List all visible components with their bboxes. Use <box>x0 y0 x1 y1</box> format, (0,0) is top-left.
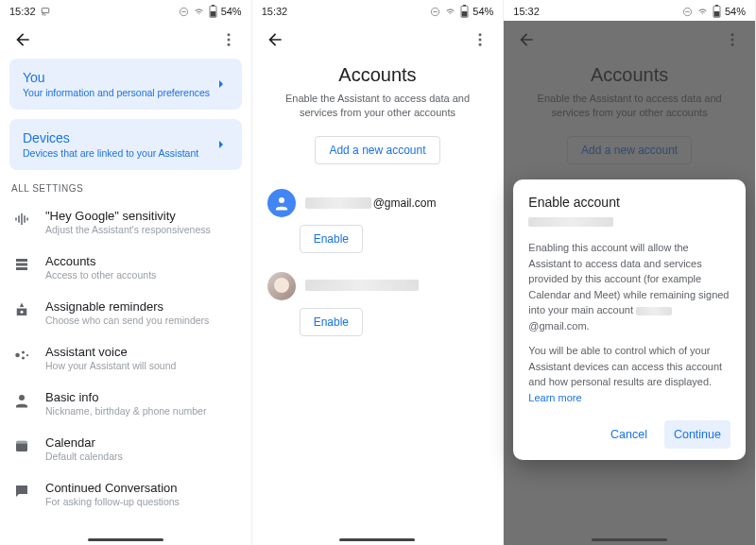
chevron-right-icon <box>214 137 229 152</box>
account-row-2[interactable] <box>262 266 494 306</box>
page-title: Accounts <box>262 64 494 86</box>
learn-more-link[interactable]: Learn more <box>528 392 581 403</box>
card-you-sub: Your information and personal preference… <box>23 87 210 98</box>
svg-rect-30 <box>714 11 720 17</box>
svg-point-7 <box>227 39 230 42</box>
account-email: @gmail.com <box>305 196 437 210</box>
back-button[interactable] <box>262 26 288 53</box>
battery-icon <box>460 5 469 18</box>
svg-point-22 <box>479 33 482 36</box>
svg-point-8 <box>227 43 230 46</box>
item-title: "Hey Google" sensitivity <box>45 209 211 223</box>
svg-point-12 <box>22 357 25 360</box>
card-devices[interactable]: Devices Devices that are linked to your … <box>9 119 242 170</box>
chevron-right-icon <box>214 77 229 92</box>
dnd-icon <box>682 7 693 17</box>
svg-point-23 <box>479 39 482 42</box>
more-vert-icon <box>472 31 489 48</box>
item-hey-google-sensitivity[interactable]: "Hey Google" sensitivityAdjust the Assis… <box>9 199 242 245</box>
arrow-back-icon <box>266 30 284 49</box>
item-sub: Access to other accounts <box>45 269 156 281</box>
section-header-all-settings: ALL SETTINGS <box>11 183 240 194</box>
enable-account-dialog: Enable account Enabling this account wil… <box>513 179 746 460</box>
dnd-icon <box>430 7 440 17</box>
dialog-actions: Cancel Continue <box>528 420 730 449</box>
item-sub: How your Assistant will sound <box>45 360 176 371</box>
calendar-icon <box>13 437 30 454</box>
nav-handle[interactable] <box>339 538 415 541</box>
redacted-email <box>305 280 419 291</box>
reminder-icon <box>13 301 30 318</box>
item-assignable-reminders[interactable]: Assignable remindersChoose who can send … <box>9 290 242 335</box>
card-you[interactable]: You Your information and personal prefer… <box>9 59 242 110</box>
voice-icon <box>13 347 30 364</box>
svg-point-6 <box>227 33 230 36</box>
enable-button-2[interactable]: Enable <box>300 308 363 336</box>
wifi-icon <box>696 7 709 16</box>
back-button[interactable] <box>9 26 36 53</box>
chat-icon <box>13 483 30 500</box>
item-continued-conversation[interactable]: Continued ConversationFor asking follow-… <box>9 471 242 517</box>
card-devices-sub: Devices that are linked to your Assistan… <box>23 147 198 159</box>
accounts-content: Accounts Enable the Assistant to access … <box>252 59 504 545</box>
card-you-title: You <box>23 70 210 85</box>
svg-point-25 <box>279 197 284 203</box>
screen-accounts: 15:32 54% Accounts Enable the Assistant … <box>252 0 505 545</box>
account-row-1[interactable]: @gmail.com <box>262 183 494 223</box>
item-sub: Default calendars <box>45 451 123 462</box>
svg-rect-29 <box>715 5 718 6</box>
status-bar: 15:32 54% <box>252 0 504 21</box>
battery-percent: 54% <box>221 6 242 17</box>
dialog-body-2: You will be able to control which of you… <box>528 343 730 405</box>
enable-button-1[interactable]: Enable <box>300 225 363 253</box>
more-vert-icon <box>220 31 237 48</box>
person-icon <box>273 195 290 212</box>
svg-point-24 <box>479 43 482 46</box>
item-title: Assistant voice <box>45 345 176 359</box>
page-subtitle: Enable the Assistant to access data and … <box>262 92 494 121</box>
status-time: 15:32 <box>262 6 288 17</box>
nav-handle[interactable] <box>592 538 667 541</box>
topbar <box>0 21 251 59</box>
svg-rect-5 <box>210 11 215 17</box>
item-sub: For asking follow-up questions <box>45 496 180 507</box>
item-calendar[interactable]: CalendarDefault calendars <box>9 426 242 471</box>
continue-button[interactable]: Continue <box>664 420 730 449</box>
arrow-back-icon <box>13 30 32 49</box>
sound-wave-icon <box>13 211 30 228</box>
battery-icon <box>713 5 721 18</box>
status-time: 15:32 <box>9 6 36 17</box>
cast-icon <box>40 7 51 16</box>
item-sub: Adjust the Assistant's responsiveness <box>45 224 211 235</box>
redacted-account-name <box>528 217 613 227</box>
svg-point-10 <box>15 353 20 358</box>
status-bar: 15:32 54% <box>0 0 251 21</box>
svg-point-13 <box>26 354 28 356</box>
email-domain: @gmail.com <box>373 196 437 210</box>
screen-settings: 15:32 54% You Your information and perso… <box>0 0 252 545</box>
battery-icon <box>209 5 217 18</box>
item-title: Calendar <box>45 435 123 450</box>
nav-handle[interactable] <box>88 538 163 541</box>
cancel-button[interactable]: Cancel <box>601 420 657 449</box>
topbar <box>252 21 504 59</box>
svg-point-14 <box>19 395 25 400</box>
item-sub: Choose who can send you reminders <box>45 315 209 326</box>
svg-rect-4 <box>212 5 215 6</box>
item-assistant-voice[interactable]: Assistant voiceHow your Assistant will s… <box>9 335 242 381</box>
redacted-email-local <box>305 197 371 209</box>
overflow-button[interactable] <box>215 26 242 53</box>
dnd-icon <box>179 7 189 17</box>
item-sub: Nickname, birthday & phone number <box>45 405 206 417</box>
svg-point-9 <box>21 311 24 314</box>
avatar <box>267 272 296 300</box>
item-title: Accounts <box>45 254 156 268</box>
overflow-button[interactable] <box>467 26 493 53</box>
wifi-icon <box>193 7 205 16</box>
item-basic-info[interactable]: Basic infoNickname, birthday & phone num… <box>9 381 242 426</box>
item-accounts[interactable]: AccountsAccess to other accounts <box>9 245 242 290</box>
item-title: Basic info <box>45 390 206 404</box>
add-account-button[interactable]: Add a new account <box>315 136 439 164</box>
dialog-title: Enable account <box>528 195 730 210</box>
svg-rect-16 <box>16 441 27 444</box>
